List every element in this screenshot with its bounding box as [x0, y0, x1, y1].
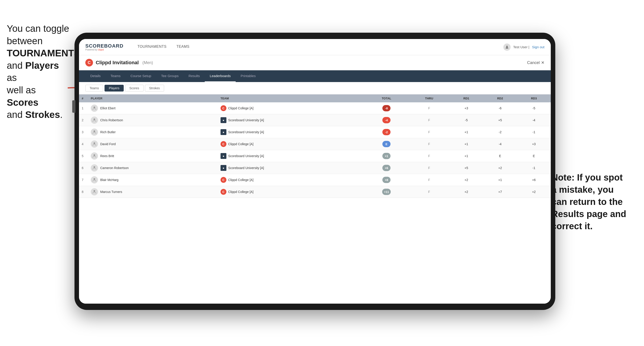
table-row[interactable]: 5 Rees Britt ■ Scoreboard University [A]… [79, 150, 551, 162]
svg-point-9 [94, 190, 95, 192]
sub-tab-strokes[interactable]: Strokes [145, 85, 164, 92]
tab-tee-groups[interactable]: Tee Groups [156, 70, 184, 82]
cancel-button[interactable]: Cancel ✕ [527, 60, 544, 65]
cell-rd3: +2 [517, 186, 551, 198]
tournament-title-row: C Clippd Invitational (Men) [85, 59, 153, 66]
cell-thru: F [409, 102, 450, 114]
cell-player: Elliot Ebert [88, 102, 218, 114]
signout-link[interactable]: Sign out [532, 45, 544, 49]
player-avatar [91, 176, 98, 183]
tab-teams[interactable]: Teams [106, 70, 126, 82]
cell-total: +8 [364, 174, 409, 186]
cell-rank: 2 [79, 114, 88, 126]
col-rd2: RD2 [483, 94, 517, 102]
svg-point-7 [94, 166, 95, 168]
svg-point-6 [94, 155, 95, 156]
cell-rd2: E [483, 150, 517, 162]
table-row[interactable]: 2 Chris Robertson ■ Scoreboard Universit… [79, 114, 551, 126]
top-nav: SCOREBOARD Powered by clippd TOURNAMENTS… [79, 39, 551, 55]
sub-tab-players[interactable]: Players [104, 85, 124, 92]
annotation-left: You can toggle between TOURNAMENTS and P… [7, 22, 70, 121]
tab-nav: Details Teams Course Setup Tee Groups Re… [79, 70, 551, 82]
player-avatar [91, 164, 98, 172]
player-avatar [91, 117, 98, 124]
cell-team: ■ Scoreboard University [A] [218, 126, 364, 138]
cell-player: Blair McHarg [88, 174, 218, 186]
sub-tab-teams[interactable]: Teams [85, 85, 103, 92]
cell-rd3: -4 [517, 114, 551, 126]
table-row[interactable]: 8 Marcus Turners C Clippd College [A] +1… [79, 186, 551, 198]
cell-thru: F [409, 138, 450, 150]
team-logo: C [220, 141, 226, 147]
tab-results[interactable]: Results [184, 70, 205, 82]
table-row[interactable]: 6 Cameron Robertson ■ Scoreboard Univers… [79, 162, 551, 174]
cell-rd2: -2 [483, 126, 517, 138]
cell-rank: 7 [79, 174, 88, 186]
cell-rank: 1 [79, 102, 88, 114]
svg-point-2 [94, 107, 95, 108]
cell-total: -4 [364, 114, 409, 126]
sub-tab-scores[interactable]: Scores [125, 85, 144, 92]
cell-rd3: +6 [517, 174, 551, 186]
cell-rank: 3 [79, 126, 88, 138]
tablet-frame: SCOREBOARD Powered by clippd TOURNAMENTS… [74, 33, 555, 310]
col-rank: # [79, 94, 88, 102]
player-avatar [91, 129, 98, 136]
cell-rd1: +1 [450, 138, 483, 150]
cell-thru: F [409, 150, 450, 162]
cell-player: Chris Robertson [88, 114, 218, 126]
tab-course-setup[interactable]: Course Setup [126, 70, 156, 82]
cell-rd2: +7 [483, 186, 517, 198]
table-row[interactable]: 7 Blair McHarg C Clippd College [A] +8 F… [79, 174, 551, 186]
cell-total: E [364, 138, 409, 150]
player-avatar [91, 152, 98, 160]
cell-rd2: -4 [483, 138, 517, 150]
nav-links: TOURNAMENTS TEAMS [132, 39, 503, 55]
annotation-right: Note: If you spot a mistake, you can ret… [552, 171, 637, 232]
leaderboard-table: # PLAYER TEAM TOTAL THRU RD1 RD2 RD3 1 [79, 94, 551, 198]
col-thru: THRU [409, 94, 450, 102]
player-avatar [91, 141, 98, 148]
cell-team: ■ Scoreboard University [A] [218, 114, 364, 126]
logo-sub: Powered by clippd [85, 48, 124, 51]
cell-rd2: +1 [483, 174, 517, 186]
cell-rd3: +3 [517, 138, 551, 150]
team-logo: ■ [220, 153, 226, 159]
svg-point-5 [94, 143, 95, 144]
tab-details[interactable]: Details [85, 70, 106, 82]
tab-leaderboards[interactable]: Leaderboards [205, 70, 236, 82]
table-row[interactable]: 4 David Ford C Clippd College [A] E F +1… [79, 138, 551, 150]
nav-link-tournaments[interactable]: TOURNAMENTS [132, 39, 172, 55]
tablet-side-button [72, 100, 76, 113]
cell-player: Marcus Turners [88, 186, 218, 198]
team-logo: C [220, 189, 226, 195]
tournament-subtitle: (Men) [142, 60, 153, 65]
svg-point-3 [94, 119, 95, 120]
cell-rd1: +1 [450, 126, 483, 138]
cell-rank: 5 [79, 150, 88, 162]
cell-thru: F [409, 126, 450, 138]
cell-rd3: -1 [517, 162, 551, 174]
cell-team: C Clippd College [A] [218, 186, 364, 198]
cell-player: Cameron Robertson [88, 162, 218, 174]
cell-rd1: -5 [450, 114, 483, 126]
table-row[interactable]: 1 Elliot Ebert C Clippd College [A] -8 F… [79, 102, 551, 114]
team-logo: ■ [220, 165, 226, 171]
col-rd3: RD3 [517, 94, 551, 102]
cell-total: +1 [364, 150, 409, 162]
cell-rank: 4 [79, 138, 88, 150]
col-rd1: RD1 [450, 94, 483, 102]
cell-team: ■ Scoreboard University [A] [218, 150, 364, 162]
col-total: TOTAL [364, 94, 409, 102]
logo-text: SCOREBOARD [85, 43, 124, 49]
team-logo: ■ [220, 117, 226, 123]
cell-rd2: +5 [483, 114, 517, 126]
sub-tabs: Teams Players Scores Strokes [79, 82, 551, 94]
table-row[interactable]: 3 Rich Butler ■ Scoreboard University [A… [79, 126, 551, 138]
cell-total: +6 [364, 162, 409, 174]
tab-printables[interactable]: Printables [236, 70, 261, 82]
nav-link-teams[interactable]: TEAMS [172, 39, 194, 55]
cell-team: C Clippd College [A] [218, 174, 364, 186]
cell-thru: F [409, 162, 450, 174]
cell-rd3: E [517, 150, 551, 162]
